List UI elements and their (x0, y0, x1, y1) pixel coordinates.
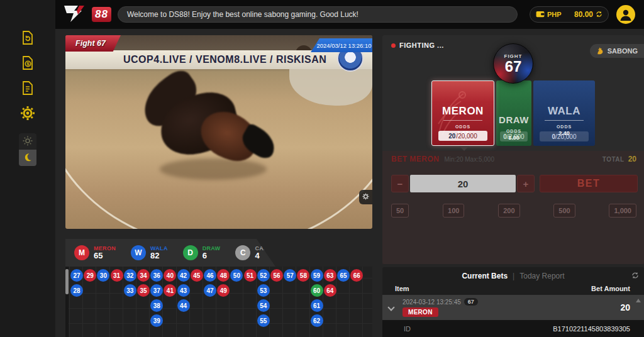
currency-label: PHP (547, 11, 562, 18)
result-dot: 45 (191, 269, 203, 282)
status-dot-icon (391, 43, 396, 48)
selected-card-pointer (459, 146, 469, 151)
result-dot: 60 (311, 284, 323, 297)
bet-id-value: B1710221145803839305 (553, 325, 630, 333)
result-dot: 62 (311, 314, 323, 327)
result-dot: 49 (217, 284, 230, 297)
video-settings-button[interactable] (359, 190, 372, 204)
moon-icon (23, 152, 33, 164)
logo-88-text: 88 (92, 7, 111, 22)
decrease-amount-button[interactable]: − (391, 175, 409, 192)
result-dot: 63 (324, 269, 336, 282)
tab-current-bets[interactable]: Current Bets (462, 272, 508, 280)
bet-controls-zone: BET MERON Min:20 Max:5,000 TOTAL 20 − + … (382, 151, 644, 264)
quick-amount-button[interactable]: 200 (498, 204, 519, 218)
quick-amount-button[interactable]: 50 (391, 204, 409, 218)
balance-pill[interactable]: PHP 80.00 (530, 6, 609, 23)
quick-amount-button[interactable]: 1,000 (609, 204, 636, 218)
refresh-icon (596, 10, 602, 19)
grid-scrollbar-thumb[interactable] (65, 269, 69, 294)
refresh-bets-button[interactable] (631, 272, 639, 281)
result-dot: 42 (177, 269, 190, 282)
result-letter-circle: D (183, 245, 198, 260)
refresh-bets-icon (631, 272, 639, 281)
status-text: FIGHTING ... (399, 41, 444, 49)
bet-row[interactable]: 2024-03-12 13:25:45 67 MERON 20 (382, 295, 644, 320)
draw-pool-max: /2,000 (507, 133, 525, 140)
bet-side-label: BET MERON (391, 155, 440, 163)
divider (443, 120, 482, 121)
result-dot: 36 (150, 269, 163, 282)
dark-mode-button[interactable] (19, 150, 36, 166)
result-count: 4 (255, 251, 279, 260)
settings-icon (20, 106, 35, 123)
provider-label: SABONG (608, 47, 638, 55)
column-item: Item (395, 285, 409, 292)
provider-badge[interactable]: SABONG (590, 44, 644, 58)
topbar: 88 Welcome to DS88! Enjoy the best onlin… (55, 0, 644, 29)
bet-id-row: ID B1710221145803839305 (382, 320, 644, 337)
draw-bet-card[interactable]: DRAW ODDS 8.00 0/2,000 (496, 80, 531, 146)
place-bet-button[interactable]: BET (540, 175, 638, 192)
result-dot: 48 (217, 269, 230, 282)
scroll-up-arrow[interactable] (636, 299, 641, 302)
result-dot: 64 (324, 284, 336, 297)
result-dot: 38 (150, 299, 163, 312)
result-summary-item: WWALA82 (131, 245, 168, 260)
sidebar: $ (0, 0, 55, 337)
meron-bet-card[interactable]: MERON ODDS 1.62 20/20,000 (431, 80, 494, 146)
tab-today-report[interactable]: Today Report (519, 272, 564, 280)
result-count: 6 (203, 251, 221, 260)
svg-text:$: $ (26, 61, 30, 67)
result-dot: 34 (137, 269, 150, 282)
light-mode-button[interactable] (19, 133, 36, 150)
quick-amount-button[interactable]: 100 (443, 204, 464, 218)
meron-pool: 20/20,000 (438, 131, 487, 141)
result-dot: 47 (204, 284, 216, 297)
result-summary-item: MMERON65 (74, 245, 116, 260)
welcome-banner: Welcome to DS88! Enjoy the best online s… (118, 6, 518, 23)
fight-number-badge: Fight 67 (65, 35, 121, 52)
result-dot: 52 (257, 269, 270, 282)
results-summary: MMERON65WWALA82DDRAW6CCANCEL4 (65, 239, 275, 267)
result-dot: 37 (150, 284, 163, 297)
result-dot: 29 (84, 269, 96, 282)
bet-amount-input[interactable] (410, 175, 516, 192)
bet-row-time: 2024-03-12 13:25:45 67 (402, 298, 478, 306)
result-dot: 55 (257, 314, 270, 327)
wala-bet-card[interactable]: WALA ODDS 2.40 0/20,000 (533, 80, 595, 146)
refresh-balance-button[interactable] (596, 10, 602, 19)
user-avatar[interactable] (616, 5, 635, 24)
wallet-icon (536, 9, 545, 20)
result-dot: 44 (177, 299, 190, 312)
sidebar-item-settings[interactable] (18, 104, 37, 123)
rules-icon (20, 80, 35, 97)
result-dot: 66 (350, 269, 363, 282)
result-dot: 61 (311, 299, 323, 312)
bet-cards-row: MERON ODDS 1.62 20/20,000 DRAW ODDS 8.00… (382, 80, 644, 146)
result-dot: 65 (337, 269, 350, 282)
grid-scrollbar (65, 267, 69, 337)
rooster-icon (595, 46, 604, 57)
amount-stepper: − + BET (391, 175, 638, 192)
sidebar-item-rules[interactable] (18, 79, 37, 98)
sidebar-item-cash-report[interactable]: $ (18, 54, 37, 73)
theme-toggle (19, 133, 36, 166)
cash-report-icon: $ (20, 55, 35, 72)
sidebar-item-bet-history[interactable] (18, 29, 37, 48)
result-dot: 57 (284, 269, 296, 282)
result-dot: 27 (70, 269, 83, 282)
balance-value: 80.00 (574, 10, 593, 19)
rooster-shadow (160, 158, 267, 180)
live-video-player[interactable]: UCOP4.LIVE / VENOM8.LIVE / RISKISAN Figh… (65, 35, 372, 229)
bet-fight-number-chip: 67 (464, 298, 478, 306)
quick-amount-button[interactable]: 500 (553, 204, 575, 218)
divider (545, 120, 584, 121)
bet-side-chip: MERON (402, 307, 438, 317)
result-dot: 35 (137, 284, 150, 297)
ds88-logo[interactable]: 88 (63, 3, 111, 26)
bet-id-label: ID (404, 325, 411, 333)
increase-amount-button[interactable]: + (517, 175, 535, 192)
betting-panel: FIGHTING ... SABONG FIGHT 67 MERON ODDS … (382, 35, 644, 264)
meron-pool-max: /20,000 (456, 133, 477, 140)
